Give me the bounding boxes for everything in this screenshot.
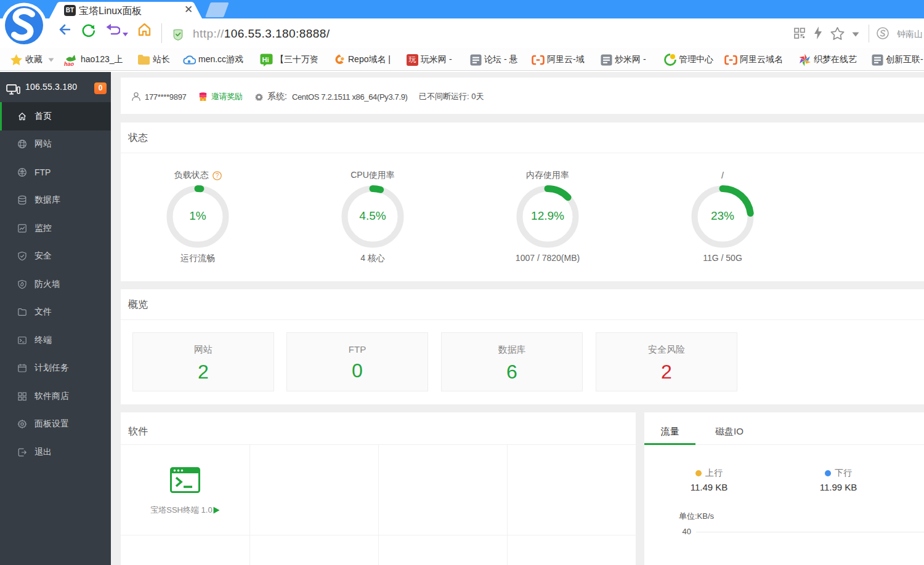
svg-text:?: ? — [215, 172, 219, 179]
svg-text:Hi: Hi — [262, 55, 269, 63]
svg-text:hao: hao — [64, 61, 75, 66]
